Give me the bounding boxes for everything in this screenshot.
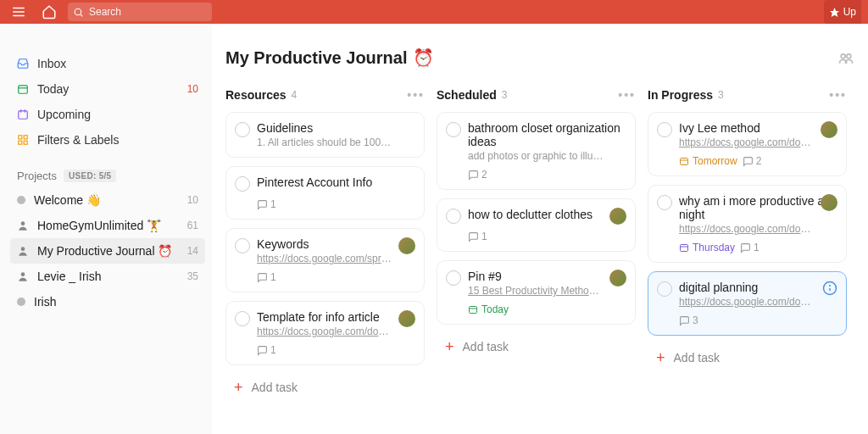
column-header: Resources 4••• <box>225 88 425 102</box>
column-more-icon[interactable]: ••• <box>618 88 636 102</box>
comment-count[interactable]: 1 <box>257 198 276 210</box>
comment-count[interactable]: 2 <box>468 169 487 181</box>
task-checkbox[interactable] <box>657 281 672 297</box>
assignee-avatar[interactable] <box>398 237 415 254</box>
assignee-avatar[interactable] <box>398 310 415 327</box>
task-subtitle[interactable]: https://docs.google.com/docum… <box>257 326 392 337</box>
assignee-avatar[interactable] <box>821 194 837 211</box>
column-more-icon[interactable]: ••• <box>407 88 425 102</box>
add-task-label: Add task <box>463 340 509 353</box>
add-task-label: Add task <box>674 351 720 364</box>
person-icon <box>17 245 29 257</box>
project-count: 61 <box>187 220 198 231</box>
plus-icon: + <box>234 381 243 393</box>
assignee-avatar[interactable] <box>609 270 626 287</box>
column-more-icon[interactable]: ••• <box>829 88 847 102</box>
search-box[interactable] <box>68 3 212 21</box>
svg-marker-5 <box>830 8 839 17</box>
search-input[interactable] <box>89 6 191 18</box>
projects-header: Projects USED: 5/5 <box>17 170 205 182</box>
column-scheduled: Scheduled 3•••bathroom closet organizati… <box>437 88 636 401</box>
share-icon[interactable] <box>837 49 854 66</box>
task-checkbox[interactable] <box>657 195 672 210</box>
project-label: HomeGymUnlimited 🏋 <box>37 219 161 232</box>
comment-count[interactable]: 1 <box>257 344 276 356</box>
task-card[interactable]: Pinterest Account Info1 <box>225 166 425 220</box>
add-task-label: Add task <box>252 381 298 394</box>
project-dot-icon <box>17 196 25 204</box>
task-subtitle[interactable]: 15 Best Productivity Methods Yo… <box>468 285 604 297</box>
svg-point-3 <box>75 8 81 15</box>
task-card[interactable]: bathroom closet organization ideasadd ph… <box>437 112 636 190</box>
project-count: 14 <box>187 245 198 257</box>
project-label: Levie _ Irish <box>37 270 101 283</box>
search-icon <box>73 7 84 18</box>
task-card[interactable]: Keywordshttps://docs.google.com/spread…1 <box>225 228 425 292</box>
svg-point-18 <box>841 54 845 58</box>
plus-icon: + <box>445 341 454 353</box>
task-title: Template for info article <box>257 310 414 324</box>
task-subtitle[interactable]: https://docs.google.com/docum… <box>679 296 815 308</box>
task-subtitle[interactable]: https://docs.google.com/docum… <box>679 136 815 148</box>
task-checkbox[interactable] <box>446 122 461 137</box>
svg-point-17 <box>21 272 25 276</box>
task-checkbox[interactable] <box>446 270 461 286</box>
project-levie-irish[interactable]: Levie _ Irish 35 <box>10 264 205 289</box>
comment-count[interactable]: 3 <box>679 314 698 326</box>
page-title: My Productive Journal ⏰ <box>225 47 434 68</box>
task-subtitle[interactable]: https://docs.google.com/docum… <box>679 223 815 235</box>
assignee-avatar[interactable] <box>609 208 626 225</box>
sidebar-item-label: Filters & Labels <box>37 133 119 147</box>
task-checkbox[interactable] <box>657 122 672 137</box>
project-my-productive-journal[interactable]: My Productive Journal ⏰ 14 <box>10 238 205 264</box>
sidebar-item-inbox[interactable]: Inbox <box>10 51 205 76</box>
comment-count[interactable]: 1 <box>740 242 760 253</box>
sidebar-item-today[interactable]: Today 10 <box>10 76 205 102</box>
task-checkbox[interactable] <box>446 209 461 224</box>
upgrade-button[interactable]: Up <box>824 0 861 24</box>
task-checkbox[interactable] <box>235 238 250 253</box>
add-task-button[interactable]: +Add task <box>437 333 636 360</box>
projects-header-label: Projects <box>17 170 57 182</box>
grid-icon <box>17 134 29 146</box>
add-task-button[interactable]: +Add task <box>648 344 847 371</box>
project-label: Irish <box>34 295 56 309</box>
sidebar-item-filters[interactable]: Filters & Labels <box>10 127 205 153</box>
comment-count[interactable]: 1 <box>468 231 487 242</box>
task-card[interactable]: Guidelines1. All articles should be 1000… <box>225 112 425 158</box>
column-count: 3 <box>718 89 724 101</box>
project-welcome[interactable]: Welcome 👋 10 <box>10 187 205 213</box>
add-task-button[interactable]: +Add task <box>225 374 425 401</box>
comment-count[interactable]: 2 <box>743 155 762 167</box>
project-irish[interactable]: Irish <box>10 289 205 314</box>
info-icon[interactable] <box>822 281 837 296</box>
column-in-progress: In Progress 3•••Ivy Lee methodhttps://do… <box>648 88 847 401</box>
task-checkbox[interactable] <box>235 176 250 192</box>
home-icon[interactable] <box>37 0 61 24</box>
comment-count[interactable]: 1 <box>257 271 276 283</box>
task-card[interactable]: digital planninghttps://docs.google.com/… <box>648 271 847 336</box>
clock-icon: ⏰ <box>413 47 434 68</box>
task-card[interactable]: Template for info articlehttps://docs.go… <box>225 301 425 365</box>
svg-rect-24 <box>681 245 688 252</box>
task-card[interactable]: why am i more productive at nighthttps:/… <box>648 185 847 263</box>
svg-rect-11 <box>19 136 22 139</box>
column-header: Scheduled 3••• <box>437 88 636 102</box>
svg-point-19 <box>847 54 851 58</box>
assignee-avatar[interactable] <box>821 121 837 138</box>
topbar: Up <box>0 0 868 24</box>
task-title: Pinterest Account Info <box>257 175 414 189</box>
sidebar-item-upcoming[interactable]: Upcoming <box>10 102 205 127</box>
task-checkbox[interactable] <box>235 311 250 326</box>
task-card[interactable]: how to declutter clothes1 <box>437 198 636 252</box>
project-homegym[interactable]: HomeGymUnlimited 🏋 61 <box>10 213 205 238</box>
task-checkbox[interactable] <box>235 122 250 137</box>
task-subtitle[interactable]: https://docs.google.com/spread… <box>257 253 392 264</box>
task-card[interactable]: Ivy Lee methodhttps://docs.google.com/do… <box>648 112 847 176</box>
column-header: In Progress 3••• <box>648 88 847 102</box>
project-label: Welcome 👋 <box>34 193 101 207</box>
task-title: Pin #9 <box>468 270 625 283</box>
menu-icon[interactable] <box>7 0 31 24</box>
task-title: Keywords <box>257 237 414 251</box>
task-card[interactable]: Pin #915 Best Productivity Methods Yo…To… <box>437 260 636 325</box>
